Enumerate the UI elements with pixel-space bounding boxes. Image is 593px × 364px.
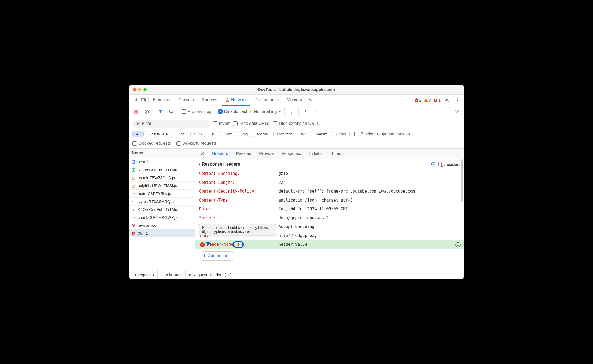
request-row[interactable]: ?lvl=1 bbox=[129, 229, 195, 237]
chip-js[interactable]: JS bbox=[208, 131, 219, 137]
request-row[interactable]: main-G3PZY5LV.js bbox=[129, 190, 195, 198]
network-settings-icon[interactable] bbox=[453, 108, 461, 115]
request-list: search TKFOmCnqEu92Fr1Mu... chunk-Z5WZJG… bbox=[129, 158, 195, 270]
tab-preview[interactable]: Preview bbox=[255, 149, 278, 159]
request-row[interactable]: chunk-GRHMKOWP.js bbox=[129, 213, 195, 221]
blocked-requests-checkbox[interactable]: Blocked requests bbox=[132, 141, 171, 146]
tab-initiator[interactable]: Initiator bbox=[306, 149, 327, 159]
help-icon[interactable]: ? bbox=[431, 162, 436, 167]
chip-css[interactable]: CSS bbox=[190, 131, 205, 137]
inspect-icon[interactable] bbox=[131, 96, 139, 104]
request-headers-section[interactable]: ▶ Request Headers (19) bbox=[186, 270, 464, 279]
chip-doc[interactable]: Doc bbox=[174, 131, 188, 137]
disable-cache-checkbox[interactable]: Disable cache bbox=[218, 109, 251, 114]
chip-ws[interactable]: WS bbox=[298, 131, 311, 137]
issues-badge[interactable]: 1 bbox=[434, 98, 441, 102]
added-header-row[interactable]: ✕ Header-Name!!! header value i bbox=[195, 240, 464, 249]
header-value-editable[interactable]: header value bbox=[278, 241, 307, 248]
override-file-icon[interactable] bbox=[438, 162, 442, 167]
blocked-cookies-checkbox[interactable]: Blocked response cookies bbox=[354, 132, 410, 136]
chip-fetch-xhr[interactable]: Fetch/XHR bbox=[146, 131, 172, 137]
svg-line-18 bbox=[145, 110, 148, 113]
request-row[interactable]: TKFOmCnqEu92Fr1Mu... bbox=[129, 166, 195, 174]
hide-extension-urls-checkbox[interactable]: Hide extension URLs bbox=[273, 121, 319, 126]
chip-all[interactable]: All bbox=[132, 131, 144, 137]
chip-manifest[interactable]: Manifest bbox=[273, 131, 295, 137]
svg-point-13 bbox=[457, 100, 458, 101]
svg-rect-4 bbox=[227, 101, 228, 101]
validation-tooltip: Header names should contain only letters… bbox=[199, 224, 276, 235]
hide-data-urls-checkbox[interactable]: Hide data URLs bbox=[233, 121, 269, 126]
checkbox-icon bbox=[176, 141, 181, 146]
tabs-right: 2 3 1 bbox=[414, 96, 462, 104]
chip-other[interactable]: Other bbox=[333, 131, 350, 137]
download-icon[interactable] bbox=[312, 108, 320, 115]
warning-icon bbox=[225, 98, 230, 102]
invert-checkbox[interactable]: Invert bbox=[213, 121, 230, 126]
tab-sources[interactable]: Sources bbox=[198, 95, 221, 106]
record-button[interactable] bbox=[132, 108, 140, 115]
svg-text:T: T bbox=[133, 169, 134, 171]
filter-input[interactable]: Filter bbox=[132, 120, 209, 128]
request-row[interactable]: TKFOmCnqEu92Fr1Mu... bbox=[129, 206, 195, 213]
close-details-button[interactable]: ✕ bbox=[197, 151, 208, 157]
svg-point-22 bbox=[456, 111, 458, 112]
tab-network-label: Network bbox=[231, 98, 247, 102]
requests-sidebar: Name search TKFOmCnqEu92Fr1Mu... chunk-Z… bbox=[129, 149, 195, 270]
header-row: Content-Encoding:gzip bbox=[195, 169, 464, 178]
sidebar-header: Name bbox=[129, 149, 195, 158]
remove-header-icon[interactable]: ✕ bbox=[200, 242, 205, 247]
tab-response[interactable]: Response bbox=[278, 149, 305, 159]
warnings-badge[interactable]: 3 bbox=[424, 98, 431, 102]
settings-icon[interactable] bbox=[443, 96, 451, 104]
request-row[interactable]: favicon.ico bbox=[129, 221, 195, 229]
chip-media[interactable]: Media bbox=[254, 131, 271, 137]
chip-wasm[interactable]: Wasm bbox=[313, 131, 331, 137]
kebab-menu-icon[interactable] bbox=[454, 96, 462, 104]
request-row[interactable]: polyfills-UPW4ZMSI.js bbox=[129, 182, 195, 190]
divider bbox=[298, 108, 299, 115]
tab-performance[interactable]: Performance bbox=[251, 95, 283, 106]
third-party-checkbox[interactable]: 3rd-party requests bbox=[176, 141, 217, 146]
header-row: Content-Security-Policy:default-src 'sel… bbox=[195, 187, 464, 196]
invalid-chars-highlight: !!! bbox=[233, 241, 244, 248]
details-tabs: ✕ Headers Payload Preview Response Initi… bbox=[195, 149, 464, 159]
add-header-button[interactable]: + Add header bbox=[199, 251, 234, 261]
errors-badge[interactable]: 2 bbox=[414, 98, 421, 102]
scrollbar[interactable] bbox=[461, 159, 463, 202]
tab-elements[interactable]: Elements bbox=[149, 95, 174, 106]
error-icon bbox=[131, 231, 136, 235]
response-headers-section[interactable]: ▼ Response Headers ? .headers bbox=[195, 159, 464, 169]
request-row[interactable]: styles-T73CSHRQ.css bbox=[129, 198, 195, 206]
network-conditions-icon[interactable] bbox=[288, 108, 295, 115]
device-toggle-icon[interactable] bbox=[140, 96, 148, 104]
filter-icon[interactable] bbox=[157, 108, 164, 115]
chip-font[interactable]: Font bbox=[221, 131, 236, 137]
script-icon bbox=[131, 176, 136, 180]
preserve-log-checkbox[interactable]: Preserve log bbox=[182, 109, 212, 114]
tab-headers[interactable]: Headers bbox=[208, 149, 232, 159]
headers-file-link[interactable]: .headers bbox=[444, 162, 461, 167]
tab-timing[interactable]: Timing bbox=[327, 149, 347, 159]
info-icon[interactable]: i bbox=[455, 242, 461, 247]
upload-icon[interactable] bbox=[302, 108, 309, 115]
divider bbox=[178, 108, 178, 115]
more-tabs-icon[interactable]: » bbox=[306, 96, 314, 104]
request-row[interactable]: chunk-Z5WZJGHS.js bbox=[129, 174, 195, 182]
chip-img[interactable]: Img bbox=[238, 131, 251, 137]
request-row[interactable]: search bbox=[129, 158, 195, 166]
throttling-select[interactable]: No throttling ▼ bbox=[254, 109, 281, 114]
image-icon bbox=[131, 223, 136, 228]
clear-button[interactable] bbox=[143, 108, 150, 115]
tab-payload[interactable]: Payload bbox=[232, 149, 255, 159]
script-icon bbox=[131, 192, 136, 196]
tab-network[interactable]: Network bbox=[222, 95, 250, 106]
main-content: Name search TKFOmCnqEu92Fr1Mu... chunk-Z… bbox=[129, 149, 464, 270]
search-icon[interactable] bbox=[168, 108, 175, 115]
main-tabs: Elements Console Sources Network Perform… bbox=[129, 95, 464, 106]
header-row: Content-Length:224 bbox=[195, 178, 464, 187]
divider bbox=[148, 97, 149, 103]
tab-memory[interactable]: Memory bbox=[283, 95, 306, 106]
tab-console[interactable]: Console bbox=[175, 95, 198, 106]
network-toolbar: Preserve log Disable cache No throttling… bbox=[129, 106, 464, 117]
